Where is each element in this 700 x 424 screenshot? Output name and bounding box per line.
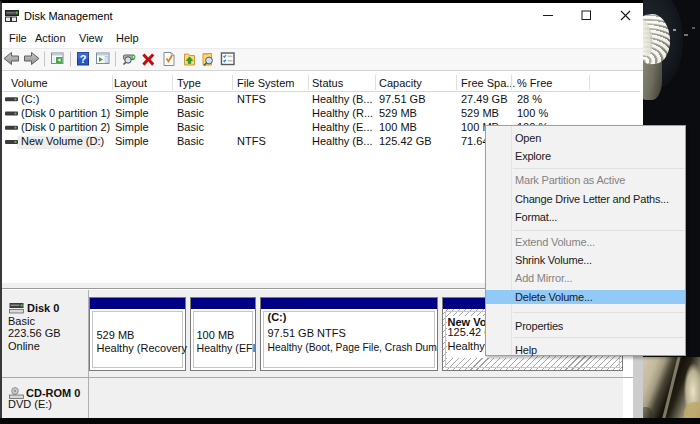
svg-text:?: ? (80, 53, 87, 65)
